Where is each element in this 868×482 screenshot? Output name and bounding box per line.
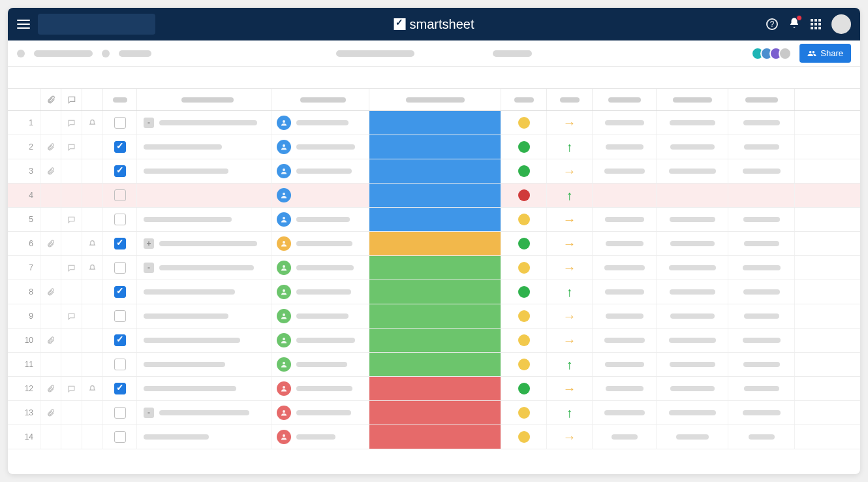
rag-cell[interactable] [501, 377, 547, 400]
data-cell[interactable] [657, 353, 728, 376]
reminder-cell[interactable] [82, 256, 103, 280]
checkbox[interactable] [114, 310, 126, 322]
data-cell[interactable] [593, 304, 657, 328]
checkbox-cell[interactable] [103, 329, 137, 352]
comment-cell[interactable] [61, 304, 82, 328]
checkbox-cell[interactable] [103, 353, 137, 376]
status-cell[interactable] [369, 184, 501, 207]
collapse-icon[interactable]: - [144, 118, 154, 128]
reminder-cell[interactable] [82, 208, 103, 231]
collapse-icon[interactable]: - [144, 408, 154, 418]
status-cell[interactable] [369, 304, 501, 328]
assignee-cell[interactable] [271, 401, 369, 425]
sheet-tab[interactable] [38, 14, 155, 35]
table-row[interactable]: 8↑ [8, 280, 860, 304]
checkbox[interactable] [114, 359, 126, 370]
comment-cell[interactable] [61, 111, 82, 135]
table-row[interactable]: 3→ [8, 159, 860, 184]
checkbox[interactable] [114, 286, 126, 298]
checkbox[interactable] [114, 189, 126, 201]
notifications-icon[interactable] [788, 17, 800, 31]
direction-cell[interactable]: → [547, 208, 593, 231]
checkbox-cell[interactable] [103, 111, 137, 135]
expand-icon[interactable]: + [144, 238, 154, 249]
task-cell[interactable] [137, 377, 271, 400]
assignee-cell[interactable] [271, 256, 369, 280]
data-cell[interactable] [728, 232, 795, 255]
data-cell[interactable] [657, 111, 728, 135]
status-cell[interactable] [369, 425, 501, 449]
status-cell[interactable] [369, 256, 501, 280]
data-cell[interactable] [593, 329, 657, 352]
task-cell[interactable]: + [137, 232, 271, 255]
checkbox[interactable] [114, 117, 126, 129]
direction-cell[interactable]: → [547, 111, 593, 135]
checkbox-cell[interactable] [103, 280, 137, 304]
checkbox-cell[interactable] [103, 135, 137, 159]
data-cell[interactable] [593, 353, 657, 376]
direction-cell[interactable]: ↑ [547, 353, 593, 376]
reminder-cell[interactable] [82, 304, 103, 328]
rag-cell[interactable] [501, 329, 547, 352]
data-cell[interactable] [657, 425, 728, 449]
collaborators[interactable] [755, 47, 792, 60]
status-cell[interactable] [369, 329, 501, 352]
apps-icon[interactable] [811, 19, 821, 29]
assignee-cell[interactable] [271, 135, 369, 159]
toolbar-item[interactable] [336, 50, 414, 57]
rag-cell[interactable] [501, 232, 547, 255]
status-cell[interactable] [369, 401, 501, 425]
assignee-cell[interactable] [271, 329, 369, 352]
checkbox[interactable] [114, 431, 126, 443]
table-row[interactable]: 10→ [8, 329, 860, 353]
data-cell[interactable] [657, 377, 728, 400]
assignee-cell[interactable] [271, 425, 369, 449]
attachment-cell[interactable] [40, 111, 61, 135]
table-row[interactable]: 4↑ [8, 184, 860, 208]
assignee-cell[interactable] [271, 304, 369, 328]
checkbox-cell[interactable] [103, 232, 137, 255]
direction-cell[interactable]: → [547, 232, 593, 255]
attachment-cell[interactable] [40, 232, 61, 255]
checkbox-cell[interactable] [103, 256, 137, 280]
data-cell[interactable] [728, 353, 795, 376]
comment-cell[interactable] [61, 135, 82, 159]
help-icon[interactable]: ? [766, 18, 778, 30]
checkbox[interactable] [114, 141, 126, 153]
status-cell[interactable] [369, 353, 501, 376]
table-row[interactable]: 2↑ [8, 135, 860, 159]
reminder-cell[interactable] [82, 425, 103, 449]
table-row[interactable]: 9→ [8, 304, 860, 329]
rag-cell[interactable] [501, 208, 547, 231]
reminder-cell[interactable] [82, 401, 103, 425]
comment-cell[interactable] [61, 208, 82, 231]
attachment-cell[interactable] [40, 280, 61, 304]
data-cell[interactable] [728, 111, 795, 135]
comment-cell[interactable] [61, 401, 82, 425]
data-cell[interactable] [593, 401, 657, 425]
comment-cell[interactable] [61, 232, 82, 255]
comment-cell[interactable] [61, 184, 82, 207]
checkbox[interactable] [114, 334, 126, 346]
task-cell[interactable]: - [137, 111, 271, 135]
data-cell[interactable] [728, 377, 795, 400]
direction-cell[interactable]: ↑ [547, 280, 593, 304]
data-cell[interactable] [728, 280, 795, 304]
task-cell[interactable] [137, 280, 271, 304]
attachment-cell[interactable] [40, 184, 61, 207]
data-cell[interactable] [593, 280, 657, 304]
data-cell[interactable] [657, 232, 728, 255]
status-cell[interactable] [369, 135, 501, 159]
attachment-cell[interactable] [40, 329, 61, 352]
assignee-cell[interactable] [271, 353, 369, 376]
toolbar-item[interactable] [34, 50, 93, 57]
data-cell[interactable] [657, 304, 728, 328]
status-cell[interactable] [369, 280, 501, 304]
attachment-cell[interactable] [40, 256, 61, 280]
data-cell[interactable] [728, 184, 795, 207]
comment-column-icon[interactable] [61, 89, 82, 110]
reminder-cell[interactable] [82, 280, 103, 304]
checkbox-cell[interactable] [103, 401, 137, 425]
task-cell[interactable] [137, 135, 271, 159]
comment-cell[interactable] [61, 329, 82, 352]
